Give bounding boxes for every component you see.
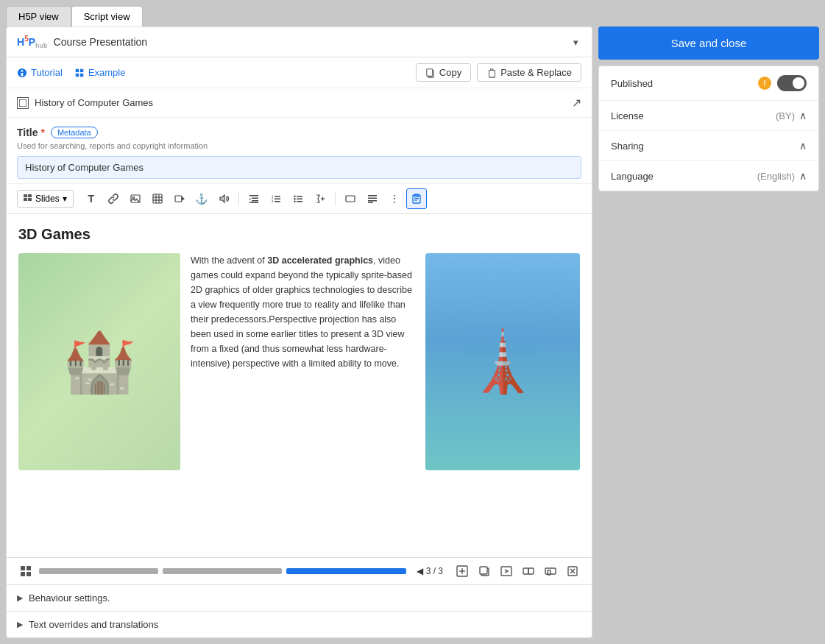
content-area: 3D Games With the advent of 3D accelerat… (7, 214, 592, 557)
svg-rect-50 (21, 566, 25, 570)
move-slide-right-icon[interactable] (498, 562, 515, 580)
published-toggle[interactable] (777, 75, 807, 91)
clone-slides-icon[interactable] (520, 562, 537, 580)
svg-rect-14 (153, 194, 162, 203)
tool-list-ordered[interactable]: 1 2 3 (266, 188, 286, 209)
add-slide-icon[interactable] (453, 562, 471, 580)
svg-rect-33 (297, 196, 302, 197)
h5p-logo: H5Phub (17, 35, 48, 49)
save-close-button[interactable]: Save and close (598, 26, 819, 60)
title-label-text: Title * (17, 127, 45, 138)
svg-rect-41 (346, 196, 355, 202)
slide-image-right (425, 253, 580, 470)
example-icon (74, 68, 85, 78)
license-label: License (611, 110, 776, 121)
tool-video[interactable] (169, 188, 190, 209)
tutorial-link[interactable]: Tutorial (17, 67, 63, 78)
text-overrides-expand-arrow: ▶ (17, 620, 23, 629)
language-chevron[interactable]: ∧ (799, 170, 807, 182)
tab-script-view[interactable]: Script view (71, 6, 143, 26)
fantasy-3d-image (425, 253, 580, 470)
copy-button[interactable]: Copy (416, 63, 471, 82)
sharing-chevron[interactable]: ∧ (799, 140, 807, 152)
right-panel: Save and close Published ! License (BY) … (598, 26, 819, 638)
tool-clipboard-active[interactable] (406, 188, 427, 209)
paste-icon (486, 68, 497, 78)
tab-h5p-view[interactable]: H5P view (6, 6, 71, 26)
metadata-badge[interactable]: Metadata (51, 127, 98, 138)
prev-page-arrow[interactable]: ◀ (417, 566, 423, 576)
title-input[interactable] (17, 156, 581, 179)
slide-image-left (18, 253, 180, 470)
tutorial-label: Tutorial (31, 67, 63, 78)
tutorial-icon (17, 68, 27, 78)
tool-table[interactable] (147, 188, 168, 209)
tool-indent[interactable] (244, 188, 264, 209)
slide-view: 3D Games With the advent of 3D accelerat… (7, 214, 592, 482)
language-label: Language (611, 171, 757, 182)
tool-lines[interactable] (362, 188, 383, 209)
license-value: (BY) (776, 110, 795, 121)
nav-slides-grid[interactable] (17, 562, 35, 580)
example-link[interactable]: Example (74, 67, 126, 78)
slide-indicator-2 (163, 568, 282, 574)
svg-marker-26 (249, 198, 251, 200)
tool-audio[interactable] (213, 188, 234, 209)
svg-rect-0 (76, 69, 79, 72)
slide-title: 3D Games (18, 226, 580, 243)
svg-rect-1 (80, 69, 83, 72)
history-title: History of Computer Games (35, 97, 572, 108)
tool-formula[interactable] (310, 188, 330, 209)
left-panel: H5Phub Course Presentation ▾ Tutorial Ex… (6, 26, 592, 638)
toggle-knob (793, 77, 804, 89)
language-row: Language (English) ∧ (599, 161, 818, 191)
slide-action-icons (453, 562, 581, 580)
svg-rect-24 (252, 200, 258, 202)
svg-rect-58 (480, 567, 487, 574)
svg-rect-25 (249, 202, 258, 204)
svg-marker-21 (220, 195, 224, 202)
delete-slide-icon[interactable] (564, 562, 581, 580)
behaviour-settings-section[interactable]: ▶ Behaviour settings. (7, 584, 592, 611)
svg-rect-51 (26, 566, 31, 570)
svg-rect-6 (489, 70, 495, 77)
required-star: * (38, 127, 45, 138)
svg-rect-45 (368, 202, 373, 204)
slide-text: With the advent of 3D accelerated graphi… (191, 253, 415, 470)
svg-rect-8 (24, 194, 27, 197)
svg-rect-42 (368, 195, 377, 197)
tool-bold[interactable]: T (81, 188, 102, 209)
slide-indicator-3-active (286, 568, 406, 574)
license-chevron[interactable]: ∧ (799, 110, 807, 121)
paste-label: Paste & Replace (500, 67, 572, 78)
tool-image[interactable] (125, 188, 146, 209)
expand-icon[interactable]: ↗ (572, 96, 581, 110)
svg-rect-43 (368, 198, 377, 199)
copy-slide-icon[interactable] (475, 562, 493, 580)
action-bar: Tutorial Example Copy (7, 57, 592, 88)
svg-rect-60 (523, 568, 528, 574)
tool-box[interactable] (340, 188, 361, 209)
behaviour-settings-label: Behaviour settings. (29, 592, 110, 604)
text-overrides-section[interactable]: ▶ Text overrides and translations (7, 611, 592, 637)
page-number: 3 / 3 (426, 566, 443, 576)
tool-list-unordered[interactable] (288, 188, 308, 209)
tool-link[interactable] (103, 188, 124, 209)
svg-rect-11 (28, 198, 32, 201)
paste-replace-button[interactable]: Paste & Replace (477, 63, 581, 82)
svg-rect-44 (368, 200, 377, 202)
text-overrides-label: Text overrides and translations (29, 619, 158, 630)
slides-label: Slides (35, 194, 60, 204)
tool-more[interactable]: ⋮ (384, 188, 405, 209)
preview-slides-icon[interactable] (542, 562, 559, 580)
toolbar-separator-2 (335, 191, 336, 206)
svg-rect-23 (252, 198, 258, 199)
published-row: Published ! (599, 66, 818, 101)
slides-toolbar: Slides ▾ T (7, 183, 592, 214)
right-card: Published ! License (BY) ∧ Sharing ∧ (598, 66, 819, 191)
svg-rect-34 (297, 199, 302, 200)
slides-button[interactable]: Slides ▾ (17, 190, 74, 208)
h5p-header-chevron[interactable]: ▾ (570, 36, 581, 48)
tool-anchor[interactable]: ⚓ (191, 188, 212, 209)
warning-icon: ! (758, 77, 771, 90)
